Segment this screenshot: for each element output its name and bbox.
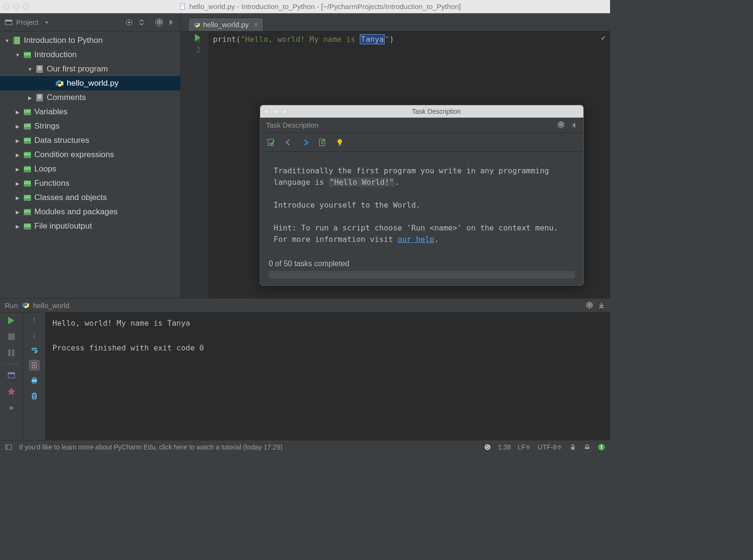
tool-windows-icon[interactable] — [5, 443, 12, 451]
lock-icon[interactable] — [569, 443, 577, 451]
window-maximize-button[interactable] — [23, 4, 29, 10]
window-title-text: hello_world.py - Introduction_to_Python … — [189, 2, 461, 10]
course-icon — [13, 37, 20, 44]
line-number: 2 — [181, 45, 201, 55]
lesson-icon: LES — [24, 123, 31, 130]
tree-file-hello-world[interactable]: hello_world.py — [0, 76, 180, 90]
lesson-icon: LES — [24, 195, 31, 201]
task-description-window[interactable]: Task Description Task Description Tradit… — [260, 105, 584, 286]
svg-rect-7 — [8, 372, 15, 374]
editor-tabs: hello_world.py ✕ — [181, 13, 264, 31]
tree-lesson-modules[interactable]: LES Modules and packages — [0, 205, 180, 219]
editor-tab-label: hello_world.py — [203, 20, 249, 29]
tree-lesson-strings[interactable]: LES Strings — [0, 119, 180, 133]
line-separator[interactable]: LF≑ — [518, 443, 531, 451]
tree-task-comments[interactable]: Comments — [0, 90, 180, 105]
dock-icon[interactable] — [570, 121, 578, 129]
run-tool-window: » ↑ ↓ Hello, world! My name is Tanya Pro… — [0, 312, 610, 440]
reset-task-icon[interactable] — [318, 138, 327, 147]
window-maximize-button[interactable] — [282, 109, 287, 114]
tree-label: Modules and packages — [34, 207, 118, 217]
tree-label: File input/output — [34, 221, 92, 231]
check-task-icon[interactable] — [267, 138, 275, 147]
encoding[interactable]: UTF-8≑ — [538, 443, 562, 451]
caret-position[interactable]: 1:38 — [498, 443, 511, 451]
project-tree[interactable]: Introduction to Python LES Introduction … — [0, 31, 181, 298]
progress-text: 0 of 50 tasks completed — [269, 260, 349, 268]
run-gutter-icon[interactable] — [195, 34, 201, 41]
lesson-icon: LES — [24, 180, 31, 187]
hide-icon[interactable] — [598, 301, 605, 309]
chevron-down-icon[interactable]: ▼ — [44, 20, 50, 25]
tree-label: Variables — [34, 107, 68, 117]
gear-icon[interactable] — [155, 19, 163, 26]
close-tab-icon[interactable]: ✕ — [254, 21, 258, 28]
collapse-all-icon[interactable] — [138, 19, 145, 26]
tree-lesson-data-structures[interactable]: LES Data structures — [0, 133, 180, 148]
traffic-lights — [4, 4, 29, 10]
traffic-lights — [264, 109, 287, 114]
run-label: Run — [5, 301, 18, 310]
pause-button[interactable] — [6, 348, 17, 358]
sync-icon[interactable] — [484, 443, 491, 451]
soft-wrap-icon[interactable] — [29, 345, 40, 355]
tree-lesson-intro[interactable]: LES Introduction — [0, 48, 180, 62]
run-tool-header[interactable]: Run hello_world — [0, 298, 610, 312]
next-task-icon[interactable] — [301, 138, 310, 147]
tree-lesson-classes[interactable]: LES Classes and objects — [0, 190, 180, 205]
target-icon[interactable] — [125, 19, 133, 26]
lesson-icon: LES — [24, 138, 31, 144]
tree-task-our-first[interactable]: Our first program — [0, 62, 180, 76]
hide-icon[interactable] — [168, 19, 175, 26]
tree-root[interactable]: Introduction to Python — [0, 33, 180, 48]
layout-icon[interactable] — [6, 370, 17, 380]
window-title: hello_world.py - Introduction_to_Python … — [34, 2, 606, 10]
hint-bulb-icon[interactable] — [336, 138, 344, 147]
pin-icon[interactable] — [6, 386, 17, 397]
rerun-button[interactable] — [6, 315, 17, 326]
task-toolbar — [260, 133, 583, 152]
prev-task-icon[interactable] — [284, 138, 293, 147]
run-output[interactable]: Hello, world! My name is Tanya Process f… — [46, 312, 610, 440]
project-tool-window-header[interactable]: Project ▼ — [0, 13, 181, 31]
macos-titlebar: hello_world.py - Introduction_to_Python … — [0, 0, 610, 13]
inspection-ok-icon[interactable]: ✔ — [600, 34, 606, 42]
lesson-icon: LES — [24, 52, 31, 58]
tree-lesson-functions[interactable]: LES Functions — [0, 176, 180, 190]
tree-lesson-condition[interactable]: LES Condition expressions — [0, 148, 180, 162]
scroll-to-end-icon[interactable] — [29, 360, 40, 370]
task-icon — [36, 65, 43, 73]
inspector-icon[interactable] — [583, 443, 591, 451]
answer-placeholder[interactable]: Tanya — [360, 34, 385, 44]
stop-button[interactable] — [6, 331, 17, 342]
up-arrow-icon[interactable]: ↑ — [29, 314, 40, 325]
tree-lesson-loops[interactable]: LES Loops — [0, 162, 180, 176]
trash-icon[interactable] — [29, 390, 40, 401]
tree-label: hello_world.py — [67, 79, 119, 88]
status-message[interactable]: If you'd like to learn more about PyChar… — [19, 443, 477, 451]
down-arrow-icon[interactable]: ↓ — [29, 330, 40, 340]
svg-rect-3 — [5, 20, 12, 21]
editor-gutter: 1 2 — [181, 31, 208, 298]
gear-icon[interactable] — [586, 302, 593, 309]
help-link[interactable]: our help — [397, 235, 434, 244]
window-minimize-button[interactable] — [13, 4, 19, 10]
lesson-icon: LES — [24, 152, 31, 158]
expand-icon[interactable]: » — [6, 402, 17, 413]
tree-lesson-fileio[interactable]: LES File input/output — [0, 219, 180, 233]
tree-label: Data structures — [34, 136, 89, 145]
window-close-button[interactable] — [264, 109, 269, 114]
python-file-icon — [55, 79, 64, 88]
window-close-button[interactable] — [4, 4, 10, 10]
events-icon[interactable] — [598, 443, 605, 451]
task-window-titlebar[interactable]: Task Description — [260, 105, 583, 118]
task-window-title: Task Description — [293, 108, 580, 115]
gear-icon[interactable] — [558, 121, 564, 128]
editor-tab-active[interactable]: hello_world.py ✕ — [188, 18, 264, 31]
progress-bar — [269, 271, 575, 279]
tree-lesson-variables[interactable]: LES Variables — [0, 105, 180, 119]
svg-rect-1 — [182, 5, 184, 6]
window-minimize-button[interactable] — [273, 109, 278, 114]
python-file-icon — [22, 301, 30, 309]
print-icon[interactable] — [29, 375, 40, 386]
